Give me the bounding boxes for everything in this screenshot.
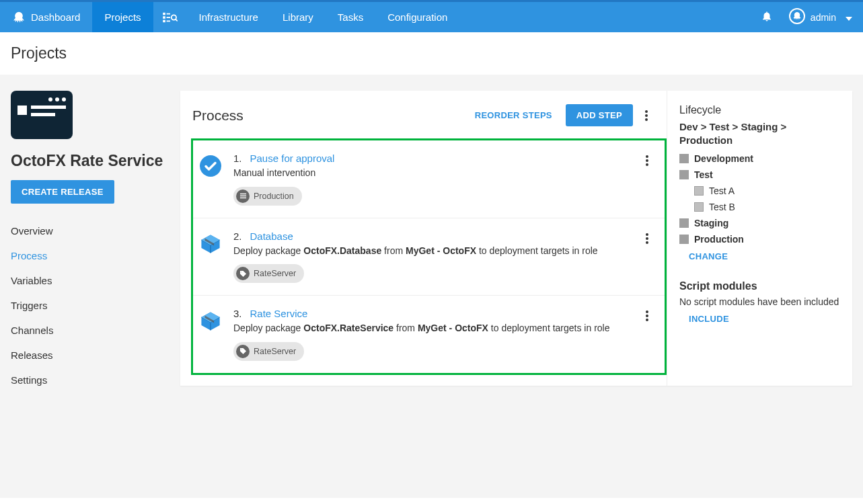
tag-icon bbox=[236, 345, 250, 358]
svg-point-16 bbox=[646, 155, 648, 158]
desc-feed: MyGet - OctoFX bbox=[406, 245, 476, 256]
step-overflow-menu[interactable] bbox=[639, 155, 655, 166]
project-logo bbox=[11, 91, 73, 139]
include-script-module-button[interactable]: INCLUDE bbox=[679, 307, 729, 324]
process-step[interactable]: 1. Pause for approval Manual interventio… bbox=[193, 140, 665, 218]
env-label: Development bbox=[694, 153, 753, 164]
bell-icon bbox=[761, 10, 773, 24]
nav-project-search[interactable] bbox=[153, 2, 187, 32]
lifecycle-env-child: Test A bbox=[694, 185, 840, 196]
desc-feed: MyGet - OctoFX bbox=[418, 323, 488, 333]
reorder-steps-button[interactable]: REORDER STEPS bbox=[465, 105, 562, 126]
step-overflow-menu[interactable] bbox=[639, 310, 655, 321]
side-column: Lifecycle Dev > Test > Staging > Product… bbox=[667, 91, 852, 386]
svg-line-7 bbox=[175, 19, 177, 21]
manual-intervention-icon bbox=[198, 154, 223, 178]
lifecycle-env: Development bbox=[679, 153, 840, 164]
step-name[interactable]: Database bbox=[250, 230, 293, 242]
svg-point-9 bbox=[645, 110, 648, 113]
chip-label: RateServer bbox=[254, 347, 296, 356]
svg-point-11 bbox=[645, 118, 648, 121]
desc-text: from bbox=[381, 245, 406, 256]
env-icon bbox=[694, 202, 704, 212]
top-navigation: Dashboard Projects Infrastructure Librar… bbox=[0, 0, 863, 32]
svg-point-18 bbox=[646, 163, 648, 166]
lifecycle-path: Dev > Test > Staging > Production bbox=[679, 120, 840, 146]
step-name[interactable]: Pause for approval bbox=[250, 153, 335, 164]
lifecycle-env: Staging bbox=[679, 218, 840, 228]
lifecycle-title: Lifecycle bbox=[679, 104, 840, 116]
sidebar-item-settings[interactable]: Settings bbox=[11, 368, 167, 392]
desc-text: Deploy package bbox=[233, 245, 303, 256]
create-release-button[interactable]: CREATE RELEASE bbox=[11, 180, 114, 204]
process-column: Process REORDER STEPS ADD STEP 1. bbox=[180, 91, 667, 386]
svg-rect-15 bbox=[239, 198, 246, 198]
svg-point-24 bbox=[646, 310, 648, 313]
package-icon bbox=[198, 232, 223, 256]
project-nav: Overview Process Variables Triggers Chan… bbox=[11, 218, 167, 392]
svg-rect-1 bbox=[163, 16, 165, 19]
sidebar-item-triggers[interactable]: Triggers bbox=[11, 293, 167, 318]
chip-label: Production bbox=[254, 192, 294, 201]
process-header: Process REORDER STEPS ADD STEP bbox=[180, 91, 667, 138]
add-step-button[interactable]: ADD STEP bbox=[566, 104, 633, 126]
sidebar-item-overview[interactable]: Overview bbox=[11, 218, 167, 243]
octopus-icon bbox=[12, 11, 26, 24]
nav-projects[interactable]: Projects bbox=[92, 2, 153, 32]
svg-point-20 bbox=[646, 233, 648, 236]
nav-infrastructure-label: Infrastructure bbox=[199, 11, 258, 23]
svg-point-17 bbox=[646, 159, 648, 162]
step-description: Deploy package OctoFX.Database from MyGe… bbox=[233, 245, 623, 258]
process-step[interactable]: 3. Rate Service Deploy package OctoFX.Ra… bbox=[193, 296, 665, 373]
lifecycle-env: Production bbox=[679, 234, 840, 245]
page-title-row: Projects bbox=[0, 32, 863, 75]
desc-text: from bbox=[393, 323, 418, 333]
user-name-label: admin bbox=[811, 12, 836, 23]
desc-package: OctoFX.Database bbox=[303, 245, 381, 256]
sidebar-item-process[interactable]: Process bbox=[11, 243, 167, 268]
nav-tasks-label: Tasks bbox=[338, 11, 363, 23]
process-steps-list: 1. Pause for approval Manual interventio… bbox=[191, 138, 667, 375]
package-icon bbox=[198, 309, 223, 333]
lifecycle-tree: Development Test Test A Test B Staging P… bbox=[679, 153, 840, 245]
nav-configuration-label: Configuration bbox=[387, 11, 447, 23]
script-modules-desc: No script modules have been included bbox=[679, 296, 840, 307]
svg-point-23 bbox=[240, 349, 241, 350]
notifications-button[interactable] bbox=[751, 2, 782, 32]
svg-rect-0 bbox=[163, 12, 165, 15]
env-icon bbox=[679, 154, 689, 163]
desc-text: to deployment targets in role bbox=[476, 245, 598, 256]
nav-infrastructure[interactable]: Infrastructure bbox=[187, 2, 270, 32]
step-description: Manual intervention bbox=[233, 167, 623, 180]
desc-text: Deploy package bbox=[233, 323, 303, 333]
step-overflow-menu[interactable] bbox=[639, 233, 655, 244]
env-icon bbox=[694, 186, 704, 196]
svg-point-22 bbox=[646, 241, 648, 244]
process-step[interactable]: 2. Database Deploy package OctoFX.Databa… bbox=[193, 218, 665, 296]
svg-point-21 bbox=[646, 237, 648, 240]
role-chip: RateServer bbox=[233, 264, 304, 283]
nav-projects-label: Projects bbox=[104, 11, 141, 23]
sidebar-item-variables[interactable]: Variables bbox=[11, 268, 167, 293]
environment-chip: Production bbox=[233, 187, 302, 206]
nav-tasks[interactable]: Tasks bbox=[326, 2, 375, 32]
list-icon bbox=[236, 190, 250, 203]
change-lifecycle-button[interactable]: CHANGE bbox=[679, 245, 728, 261]
svg-rect-5 bbox=[166, 20, 170, 22]
nav-dashboard[interactable]: Dashboard bbox=[0, 2, 92, 32]
env-label: Test A bbox=[709, 185, 735, 196]
user-menu[interactable]: admin bbox=[782, 2, 863, 32]
nav-library-label: Library bbox=[283, 11, 313, 23]
step-name[interactable]: Rate Service bbox=[250, 308, 308, 319]
script-modules-section: Script modules No script modules have be… bbox=[679, 280, 840, 324]
env-label: Test bbox=[694, 169, 713, 180]
svg-point-26 bbox=[646, 319, 648, 321]
process-overflow-menu[interactable] bbox=[638, 110, 654, 121]
process-title: Process bbox=[192, 108, 465, 124]
sidebar-item-channels[interactable]: Channels bbox=[11, 318, 167, 343]
nav-configuration[interactable]: Configuration bbox=[375, 2, 459, 32]
sidebar-item-releases[interactable]: Releases bbox=[11, 343, 167, 368]
svg-rect-2 bbox=[163, 19, 165, 22]
nav-dashboard-label: Dashboard bbox=[31, 11, 80, 23]
nav-library[interactable]: Library bbox=[270, 2, 326, 32]
